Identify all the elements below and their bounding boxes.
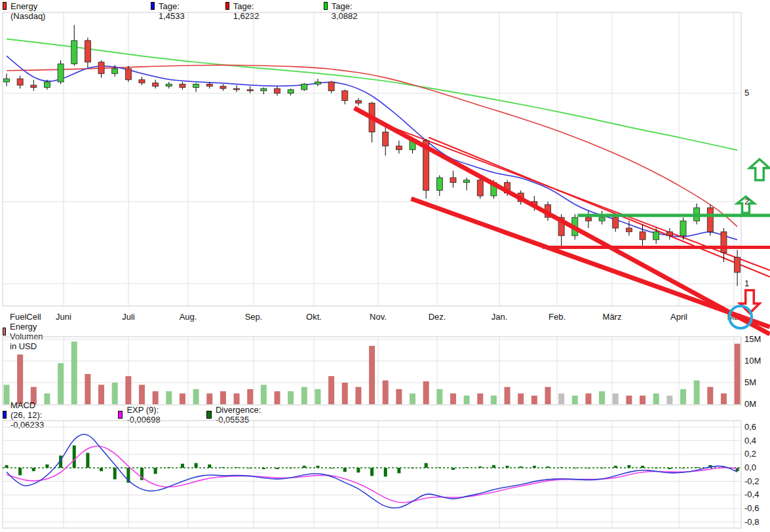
divergence-bar	[587, 468, 590, 468]
volume-bar	[355, 387, 361, 404]
candle-down	[275, 88, 280, 93]
candle-down	[17, 79, 23, 85]
candle-down	[125, 69, 131, 80]
candle-up	[288, 90, 294, 93]
volume-bar	[613, 394, 619, 405]
candle-down	[342, 91, 348, 101]
volume-bar	[518, 394, 524, 405]
volume-bar	[85, 374, 90, 404]
ma-line-gd-100-tage	[7, 65, 737, 226]
volume-bar	[585, 394, 591, 405]
divergence-bar	[343, 468, 347, 472]
divergence-bar	[384, 468, 387, 476]
volume-bar	[383, 381, 389, 404]
volume-bar	[125, 376, 131, 404]
candle-down	[328, 82, 334, 91]
volume-bar	[166, 391, 172, 404]
volume-bar	[464, 396, 470, 404]
legend-swatch-icon	[3, 411, 7, 419]
candle-down	[234, 88, 240, 90]
candle-down	[85, 41, 90, 62]
volume-bar	[206, 394, 212, 405]
month-label-sep: Sep.	[245, 312, 263, 322]
divergence-bar	[154, 468, 157, 474]
candle-up	[301, 84, 307, 90]
volume-bar	[572, 396, 578, 404]
divergence-bar	[289, 468, 292, 468]
candle-up	[491, 183, 497, 196]
volume-bar	[694, 381, 700, 404]
candle-up	[464, 180, 470, 183]
candle-up	[599, 218, 605, 221]
volume-bar	[301, 387, 307, 404]
divergence-bar	[533, 466, 536, 468]
legend-swatch-icon	[3, 2, 7, 10]
month-label-nov: Nov.	[370, 312, 387, 322]
divergence-bar	[614, 466, 617, 468]
volume-bar	[599, 391, 605, 404]
volume-bar	[288, 391, 294, 404]
month-label-mrz: März	[603, 312, 622, 322]
candle-down	[220, 86, 226, 88]
volume-bar	[328, 376, 334, 404]
candle-down	[721, 232, 727, 253]
divergence-bar	[303, 466, 306, 468]
divergence-bar	[113, 468, 117, 480]
candle-up	[653, 232, 659, 240]
divergence-bar	[465, 467, 469, 468]
candle-up	[112, 69, 118, 73]
up-arrow-outer-icon	[750, 159, 769, 180]
volume-bar	[17, 354, 23, 404]
divergence-bar	[330, 468, 333, 468]
divergence-bar	[519, 466, 522, 468]
candle-up	[166, 84, 172, 86]
volume-bar	[721, 394, 727, 405]
candle-up	[44, 82, 50, 87]
volume-bar	[275, 391, 280, 404]
month-label-aug: Aug.	[180, 312, 197, 322]
volume-bar	[112, 383, 118, 404]
volume-bar	[666, 396, 672, 404]
candle-up	[71, 41, 77, 64]
divergence-bar	[316, 466, 319, 468]
legend-swatch-icon	[151, 2, 155, 10]
candle-down	[31, 85, 37, 87]
candle-down	[585, 218, 591, 221]
volume-bar	[396, 389, 402, 404]
candle-up	[436, 178, 442, 190]
volume-bar	[450, 394, 456, 405]
candle-down	[707, 208, 713, 232]
volume-bar	[342, 383, 348, 404]
candle-up	[572, 218, 578, 236]
volume-bar	[153, 391, 159, 404]
divergence-bar	[195, 463, 198, 468]
volume-bar	[680, 389, 686, 404]
candle-down	[518, 193, 524, 202]
candle-up	[315, 82, 320, 84]
divergence-bar	[248, 468, 252, 468]
divergence-bar	[356, 468, 360, 472]
volume-bar	[707, 387, 713, 404]
candle-down	[247, 90, 253, 91]
divergence-bar	[276, 468, 279, 469]
volume-bar	[558, 394, 564, 405]
divergence-bar	[5, 465, 9, 468]
candle-down	[735, 257, 741, 273]
volume-bar	[531, 396, 537, 404]
volume-bar	[315, 389, 320, 404]
candle-down	[477, 180, 483, 196]
month-label-mai: Mai	[727, 312, 741, 322]
divergence-bar	[452, 468, 455, 470]
legend-swatch-icon	[225, 2, 229, 10]
candle-down	[505, 183, 510, 193]
volume-bar	[220, 391, 226, 404]
candle-down	[383, 132, 389, 146]
volume-bar	[505, 387, 510, 404]
month-label-juli: Juli	[122, 312, 135, 322]
candle-up	[410, 141, 415, 150]
divergence-bar	[411, 468, 414, 468]
candle-up	[58, 64, 64, 82]
ma-line-gd-38-tage	[7, 56, 737, 240]
divergence-bar	[425, 463, 428, 468]
legend-swatch-icon	[118, 411, 123, 419]
